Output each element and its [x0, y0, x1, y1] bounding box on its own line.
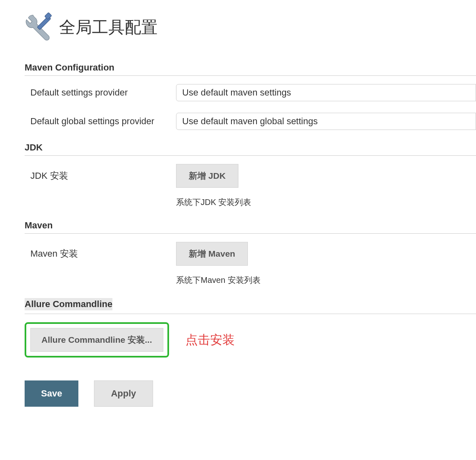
section-maven-config: Maven Configuration Default settings pro… — [25, 62, 476, 130]
divider — [25, 233, 476, 234]
page-header: 全局工具配置 — [25, 12, 476, 42]
select-default-global-settings[interactable] — [176, 113, 476, 130]
divider — [25, 314, 476, 314]
allure-install-button[interactable]: Allure Commandline 安装... — [30, 328, 163, 352]
section-title-maven-config: Maven Configuration — [25, 62, 476, 73]
help-text-jdk: 系统下JDK 安装列表 — [176, 197, 476, 208]
label-maven-install: Maven 安装 — [30, 242, 176, 260]
apply-button[interactable]: Apply — [94, 380, 153, 407]
row-default-settings: Default settings provider — [25, 84, 476, 101]
select-default-settings[interactable] — [176, 84, 476, 101]
label-default-settings: Default settings provider — [30, 87, 176, 98]
row-maven-install: Maven 安装 新增 Maven 系统下Maven 安装列表 — [25, 242, 476, 286]
label-default-global-settings: Default global settings provider — [30, 116, 176, 127]
help-text-maven: 系统下Maven 安装列表 — [176, 275, 476, 286]
section-title-allure: Allure Commandline — [25, 298, 112, 310]
tools-icon — [25, 12, 54, 42]
section-title-jdk: JDK — [25, 142, 476, 153]
section-maven: Maven Maven 安装 新增 Maven 系统下Maven 安装列表 — [25, 220, 476, 286]
save-button[interactable]: Save — [25, 380, 78, 407]
divider — [25, 155, 476, 156]
section-title-maven: Maven — [25, 220, 476, 231]
row-default-global-settings: Default global settings provider — [25, 113, 476, 130]
label-jdk-install: JDK 安装 — [30, 164, 176, 182]
row-allure: Allure Commandline 安装... 点击安装 — [25, 322, 476, 358]
footer-buttons: Save Apply — [25, 380, 476, 407]
add-jdk-button[interactable]: 新增 JDK — [176, 164, 238, 188]
page-title: 全局工具配置 — [59, 16, 158, 39]
divider — [25, 75, 476, 76]
row-jdk-install: JDK 安装 新增 JDK 系统下JDK 安装列表 — [25, 164, 476, 208]
annotation-click-install: 点击安装 — [185, 332, 235, 348]
section-allure: Allure Commandline Allure Commandline 安装… — [25, 298, 476, 358]
add-maven-button[interactable]: 新增 Maven — [176, 242, 248, 266]
allure-highlight-box: Allure Commandline 安装... — [25, 322, 169, 358]
section-jdk: JDK JDK 安装 新增 JDK 系统下JDK 安装列表 — [25, 142, 476, 208]
